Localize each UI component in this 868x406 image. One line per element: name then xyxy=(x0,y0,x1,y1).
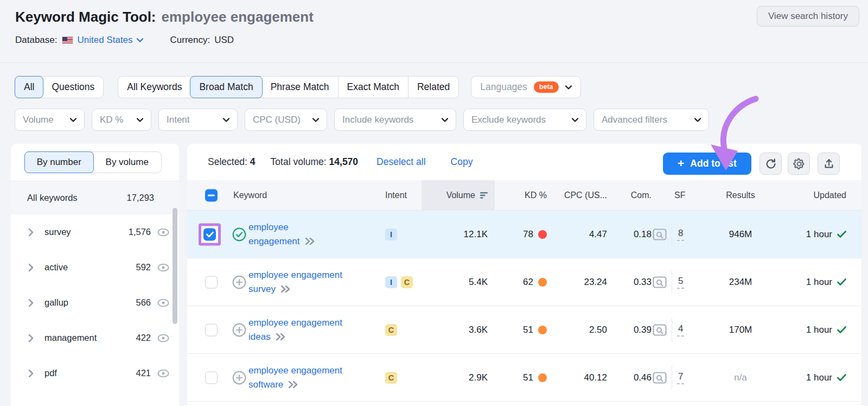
table-row[interactable]: employee engagement survey IC 5.4K 62 23… xyxy=(187,258,861,306)
plus-circle-icon[interactable] xyxy=(232,323,246,337)
cpc-value: 40.12 xyxy=(584,372,607,383)
add-to-list-button[interactable]: + Add to list xyxy=(663,153,751,175)
eye-icon[interactable] xyxy=(157,263,169,272)
row-checkbox[interactable] xyxy=(205,371,218,384)
checkbox-highlight-annotation xyxy=(199,223,221,245)
plus-icon: + xyxy=(678,157,684,170)
match-tab-group: All Keywords Broad Match Phrase Match Ex… xyxy=(118,76,459,98)
expand-chevrons-icon[interactable] xyxy=(280,285,291,293)
sidebar-scrollbar[interactable] xyxy=(173,208,177,324)
keyword-link[interactable]: employee engagement survey xyxy=(248,268,342,296)
kd-filter[interactable]: KD % xyxy=(92,109,151,131)
tab-all-keywords[interactable]: All Keywords xyxy=(118,77,190,98)
deselect-all-link[interactable]: Deselect all xyxy=(376,156,425,168)
row-checkbox[interactable] xyxy=(205,276,218,288)
col-results[interactable]: Results xyxy=(705,191,776,200)
chevron-down-icon xyxy=(694,118,701,122)
updated-value: 1 hour xyxy=(806,325,846,335)
tab-related[interactable]: Related xyxy=(408,77,458,98)
eye-icon[interactable] xyxy=(157,228,169,237)
expand-chevrons-icon[interactable] xyxy=(305,237,316,245)
languages-dropdown[interactable]: Languages beta xyxy=(471,76,580,98)
group-item-pdf[interactable]: pdf 421 xyxy=(11,356,179,391)
serp-preview-icon[interactable] xyxy=(653,372,667,384)
sf-count[interactable]: 8 xyxy=(677,228,684,241)
volume-value: 5.4K xyxy=(469,277,488,288)
sort-by-number-tab[interactable]: By number xyxy=(24,151,94,173)
database-selector[interactable]: United States xyxy=(78,35,143,46)
include-keywords-filter[interactable]: Include keywords xyxy=(334,109,456,131)
col-keyword[interactable]: Keyword xyxy=(233,191,267,200)
group-item-survey[interactable]: survey 1,576 xyxy=(11,214,179,250)
col-volume[interactable]: Volume xyxy=(422,180,495,211)
currency-value: USD xyxy=(214,35,234,46)
export-icon xyxy=(823,158,835,170)
volume-filter[interactable]: Volume xyxy=(15,109,85,131)
keyword-groups-sidebar: By number By volume All keywords 17,293 … xyxy=(11,144,179,406)
advanced-filters[interactable]: Advanced filters xyxy=(593,109,709,131)
check-icon xyxy=(837,231,846,238)
chevron-right-icon xyxy=(28,334,34,342)
col-com[interactable]: Com. xyxy=(631,191,652,200)
chevron-down-icon xyxy=(223,118,229,122)
select-all-checkbox[interactable] xyxy=(205,189,218,201)
row-checkbox[interactable] xyxy=(203,228,216,240)
sf-count[interactable]: 5 xyxy=(677,276,684,289)
group-item-management[interactable]: management 422 xyxy=(11,320,179,356)
tab-questions[interactable]: Questions xyxy=(43,77,103,98)
sort-by-volume-tab[interactable]: By volume xyxy=(93,152,162,173)
refresh-button[interactable] xyxy=(760,153,782,175)
copy-link[interactable]: Copy xyxy=(451,156,473,168)
com-value: 0.18 xyxy=(634,229,652,240)
eye-icon[interactable] xyxy=(157,299,169,307)
tab-phrase-match[interactable]: Phrase Match xyxy=(262,77,338,98)
chevron-down-icon xyxy=(312,118,319,122)
table-row[interactable]: employee engagement I 12.1K 78 4.47 0.18… xyxy=(187,211,861,258)
plus-circle-icon[interactable] xyxy=(232,371,246,385)
exclude-keywords-filter[interactable]: Exclude keywords xyxy=(463,109,586,131)
sf-count[interactable]: 7 xyxy=(677,371,684,384)
check-icon xyxy=(206,231,214,237)
chevron-down-icon xyxy=(572,118,578,122)
col-updated[interactable]: Updated xyxy=(814,191,847,200)
expand-chevrons-icon[interactable] xyxy=(288,380,299,389)
serp-preview-icon[interactable] xyxy=(653,229,667,240)
group-item-active[interactable]: active 592 xyxy=(11,250,179,285)
table-row[interactable]: employee engagement ideas C 3.6K 51 2.50… xyxy=(187,306,861,354)
kd-dot-icon xyxy=(538,230,547,239)
tab-broad-match[interactable]: Broad Match xyxy=(190,76,262,98)
keyword-link[interactable]: employee engagement ideas xyxy=(248,316,342,344)
col-intent[interactable]: Intent xyxy=(385,191,407,200)
eye-icon[interactable] xyxy=(157,334,169,342)
view-search-history-button[interactable]: View search history xyxy=(757,6,859,27)
sf-count[interactable]: 4 xyxy=(677,323,684,337)
serp-preview-icon[interactable] xyxy=(653,324,667,336)
results-value: n/a xyxy=(705,372,776,383)
export-button[interactable] xyxy=(818,153,840,175)
serp-preview-icon[interactable] xyxy=(653,276,667,288)
col-sf[interactable]: SF xyxy=(674,191,685,200)
updated-value: 1 hour xyxy=(806,372,846,383)
chevron-right-icon xyxy=(28,229,34,236)
tab-exact-match[interactable]: Exact Match xyxy=(338,77,408,98)
keyword-link[interactable]: employee engagement software xyxy=(248,364,342,392)
col-cpc[interactable]: CPC (US... xyxy=(564,191,607,200)
eye-icon[interactable] xyxy=(157,369,169,378)
row-checkbox[interactable] xyxy=(205,323,218,336)
plus-circle-icon[interactable] xyxy=(232,275,246,289)
settings-button[interactable] xyxy=(788,153,810,175)
keyword-link[interactable]: employee engagement xyxy=(248,220,316,249)
refresh-icon xyxy=(765,158,777,170)
expand-chevrons-icon[interactable] xyxy=(276,333,286,341)
col-kd[interactable]: KD % xyxy=(525,191,547,200)
all-keywords-row[interactable]: All keywords 17,293 xyxy=(11,181,179,214)
beta-badge: beta xyxy=(534,81,559,93)
table-row[interactable]: employee engagement software C 2.9K 51 4… xyxy=(187,354,861,402)
chevron-down-icon xyxy=(137,38,143,42)
cpc-filter[interactable]: CPC (USD) xyxy=(245,109,327,131)
gear-icon xyxy=(793,158,805,170)
group-item-gallup[interactable]: gallup 566 xyxy=(11,285,179,320)
tab-all[interactable]: All xyxy=(15,76,43,98)
total-volume: Total volume: 14,570 xyxy=(271,156,359,168)
intent-filter[interactable]: Intent xyxy=(158,109,238,131)
